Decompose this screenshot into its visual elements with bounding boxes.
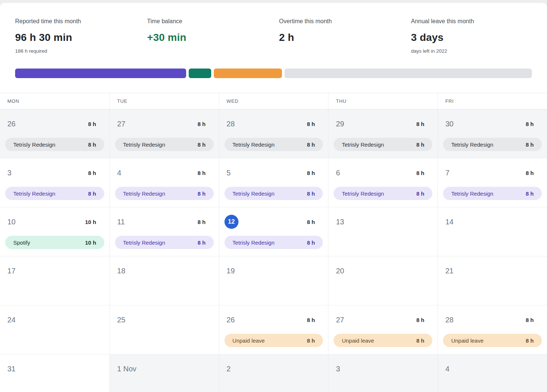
day-cell[interactable]: 20 [328,256,438,305]
day-cell[interactable]: 58 hTetrisly Redesign8 h [219,158,328,207]
day-cell[interactable]: 31 [0,354,109,392]
day-cell[interactable]: 17 [0,256,109,305]
time-entry-pill[interactable]: Tetrisly Redesign8 h [5,138,104,151]
stat-value: 96 h 30 min [15,31,147,43]
time-entry-pill[interactable]: Tetrisly Redesign8 h [115,187,214,200]
entry-label: Tetrisly Redesign [123,239,165,246]
time-entry-pill[interactable]: Tetrisly Redesign8 h [443,138,542,151]
day-total-hours: 8 h [307,170,315,176]
stats-row: Reported time this month96 h 30 min186 h… [0,3,547,54]
day-number: 25 [117,315,125,324]
day-number: 19 [227,266,235,275]
calendar-grid: 268 hTetrisly Redesign8 h278 hTetrisly R… [0,109,547,392]
day-number: 27 [336,315,344,324]
time-entry-pill[interactable]: Spotify10 h [5,236,104,249]
stat-sublabel: days left in 2022 [411,48,532,54]
time-entry-pill[interactable]: Tetrisly Redesign8 h [224,187,323,200]
day-number: 3 [7,168,11,177]
day-cell-header: 20 [336,264,424,278]
time-entry-pill[interactable]: Tetrisly Redesign8 h [334,138,432,151]
day-number: 7 [445,168,449,177]
day-cell-header: 2 [227,362,315,376]
stat-value: 2 h [279,31,411,43]
time-entry-pill[interactable]: Tetrisly Redesign8 h [443,187,542,200]
overtime-segment [214,69,282,78]
entry-label: Tetrisly Redesign [13,141,55,148]
weekday-label: FRI [438,93,547,109]
time-entry-pill[interactable]: Tetrisly Redesign8 h [224,236,323,249]
day-cell[interactable]: 78 hTetrisly Redesign8 h [438,158,547,207]
day-cell[interactable]: 298 hTetrisly Redesign8 h [328,109,438,158]
time-entry-pill[interactable]: Unpaid leave8 h [224,334,323,347]
day-cell[interactable]: 1010 hSpotify10 h [0,207,109,256]
day-total-hours: 8 h [417,170,425,176]
day-cell[interactable]: 14 [438,207,547,256]
day-cell-header: 288 h [227,117,315,131]
entry-hours: 10 h [85,239,96,246]
entry-hours: 8 h [198,141,206,148]
time-entry-pill[interactable]: Unpaid leave8 h [334,334,432,347]
day-cell[interactable]: 268 hTetrisly Redesign8 h [0,109,109,158]
day-cell[interactable]: 25 [109,305,219,354]
day-cell[interactable]: 278 hTetrisly Redesign8 h [109,109,219,158]
day-cell[interactable]: 288 hUnpaid leave8 h [438,305,547,354]
entry-label: Tetrisly Redesign [123,190,165,197]
day-number: 30 [445,119,453,128]
day-cell-header: 17 [7,264,96,278]
stat-sublabel: 186 h required [15,48,147,54]
entry-hours: 8 h [417,337,425,344]
day-cell[interactable]: 308 hTetrisly Redesign8 h [438,109,547,158]
day-cell[interactable]: 18 [109,256,219,305]
day-cell[interactable]: 278 hUnpaid leave8 h [328,305,438,354]
day-cell-header: 14 [445,215,534,229]
day-cell[interactable]: 4 [438,354,547,392]
entry-label: Unpaid leave [233,337,265,344]
day-cell[interactable]: 19 [219,256,328,305]
entry-label: Unpaid leave [451,337,484,344]
stat-card: Time balance+30 min [147,18,279,54]
day-cell[interactable]: 288 hTetrisly Redesign8 h [219,109,328,158]
entry-hours: 8 h [526,337,534,344]
day-cell-header: 31 [7,362,96,376]
calendar: MONTUEWEDTHUFRI 268 hTetrisly Redesign8 … [0,93,547,392]
day-total-hours: 8 h [307,317,315,323]
remaining-segment [285,69,532,78]
day-total-hours: 8 h [88,121,96,127]
day-cell[interactable]: 13 [328,207,438,256]
day-cell[interactable]: 21 [438,256,547,305]
time-entry-pill[interactable]: Tetrisly Redesign8 h [115,138,214,151]
entry-hours: 8 h [307,239,315,246]
day-cell[interactable]: 68 hTetrisly Redesign8 h [328,158,438,207]
day-cell[interactable]: 1 Nov [109,354,219,392]
day-cell[interactable]: 3 [328,354,438,392]
day-number: 26 [227,315,235,324]
entry-hours: 8 h [88,141,96,148]
time-entry-pill[interactable]: Tetrisly Redesign8 h [334,187,432,200]
day-cell[interactable]: 118 hTetrisly Redesign8 h [109,207,219,256]
entry-label: Tetrisly Redesign [451,141,493,148]
day-total-hours: 8 h [526,170,534,176]
week-row: 38 hTetrisly Redesign8 h48 hTetrisly Red… [0,158,547,207]
day-cell[interactable]: 48 hTetrisly Redesign8 h [109,158,219,207]
time-entry-pill[interactable]: Tetrisly Redesign8 h [115,236,214,249]
day-cell[interactable]: 38 hTetrisly Redesign8 h [0,158,109,207]
day-total-hours: 8 h [307,121,315,127]
entry-hours: 8 h [417,141,425,148]
day-cell-header: 128 h [227,215,315,229]
day-cell-header: 4 [445,362,534,376]
time-entry-pill[interactable]: Tetrisly Redesign8 h [5,187,104,200]
day-total-hours: 8 h [198,170,206,176]
time-entry-pill[interactable]: Unpaid leave8 h [443,334,542,347]
day-cell[interactable]: 24 [0,305,109,354]
stat-label: Reported time this month [15,18,147,25]
day-cell[interactable]: 128 hTetrisly Redesign8 h [219,207,328,256]
day-cell[interactable]: 2 [219,354,328,392]
day-cell-header: 19 [227,264,315,278]
time-entry-pill[interactable]: Tetrisly Redesign8 h [224,138,323,151]
stat-value: 3 days [411,31,532,43]
day-cell-header: 25 [117,313,206,327]
day-cell[interactable]: 268 hUnpaid leave8 h [219,305,328,354]
stat-card: Overtime this month2 h [279,18,411,54]
day-total-hours: 8 h [526,121,534,127]
day-number: 1 Nov [117,364,136,373]
